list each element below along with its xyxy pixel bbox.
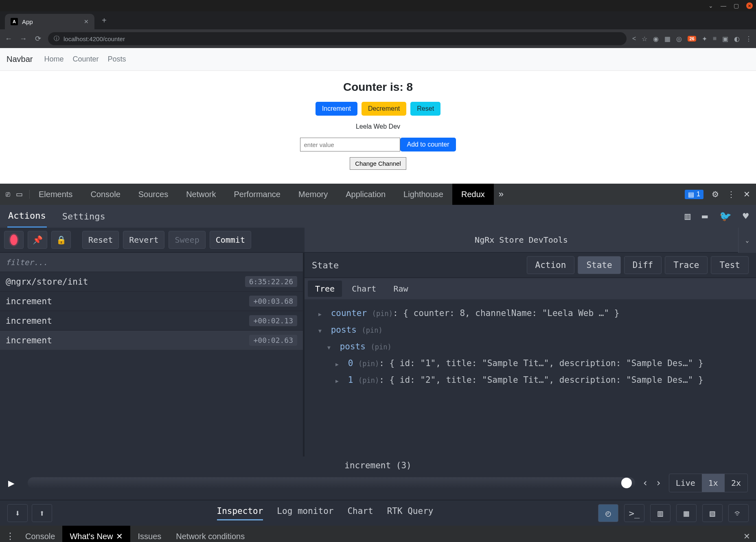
tabs-overflow-icon[interactable]: » — [494, 189, 508, 200]
drawer-tab-whatsnew[interactable]: What's New✕ — [62, 526, 130, 542]
ext-badge[interactable]: 26 — [688, 36, 696, 42]
drawer-menu-icon[interactable]: ⋮ — [6, 531, 15, 542]
pin-button[interactable]: 📌 — [28, 231, 47, 249]
collapse-icon[interactable]: ▶ — [318, 309, 324, 319]
address-bar[interactable]: ⓘ localhost:4200/counter — [48, 32, 627, 45]
tab-lighthouse[interactable]: Lighthouse — [394, 184, 452, 205]
site-info-icon[interactable]: ⓘ — [54, 35, 59, 42]
step-back-icon[interactable]: ‹ — [642, 477, 648, 489]
tab-application[interactable]: Application — [337, 184, 394, 205]
close-icon[interactable]: ✕ — [116, 531, 123, 541]
redux-ext-icon[interactable]: ◐ — [734, 35, 740, 43]
book-icon[interactable]: ▥ — [685, 211, 690, 222]
share-icon[interactable]: < — [632, 35, 636, 42]
speed-1x[interactable]: 1x — [702, 474, 725, 492]
window-close-icon[interactable]: ✕ — [746, 2, 753, 9]
maximize-icon[interactable]: ▢ — [734, 2, 739, 9]
state-tree[interactable]: ▶ counter (pin): { counter: 8, channelNa… — [305, 299, 756, 394]
bottom-tab-log[interactable]: Log monitor — [277, 506, 333, 520]
collapse-icon[interactable]: ▶ — [335, 376, 341, 386]
tab-memory[interactable]: Memory — [289, 184, 337, 205]
action-row[interactable]: increment+00:02.63 — [0, 330, 303, 350]
decrement-button[interactable]: Decrement — [362, 102, 406, 116]
layout-icon[interactable]: ▦ — [676, 504, 697, 522]
layout-icon[interactable]: ▥ — [650, 504, 671, 522]
tab-console[interactable]: Console — [81, 184, 129, 205]
expand-icon[interactable]: ▼ — [318, 326, 324, 336]
chat-icon[interactable]: ▬ — [702, 211, 708, 222]
drawer-tab-console[interactable]: Console — [18, 526, 62, 542]
expand-icon[interactable]: ▼ — [327, 342, 333, 353]
change-channel-button[interactable]: Change Channel — [350, 157, 406, 170]
slider-thumb[interactable] — [621, 478, 632, 488]
ext-icon[interactable]: ◎ — [676, 35, 682, 43]
extensions-icon[interactable]: ✦ — [702, 35, 707, 43]
kebab-icon[interactable]: ⋮ — [727, 189, 735, 199]
filter-input[interactable]: filter... — [0, 253, 303, 272]
remote-icon[interactable]: ᯤ — [728, 504, 749, 522]
download-icon[interactable]: ⬇ — [7, 504, 28, 522]
nav-link-posts[interactable]: Posts — [108, 55, 126, 64]
twitter-icon[interactable]: 🐦 — [719, 211, 732, 222]
speed-2x[interactable]: 2x — [725, 474, 747, 492]
playback-slider[interactable] — [28, 477, 635, 489]
bookmark-icon[interactable]: ☆ — [642, 35, 647, 43]
console-icon[interactable]: >_ — [624, 504, 644, 522]
add-to-counter-button[interactable]: Add to counter — [400, 138, 456, 151]
seg-trace[interactable]: Trace — [665, 256, 708, 274]
revert-button[interactable]: Revert — [123, 231, 164, 249]
action-row[interactable]: @ngrx/store/init6:35:22.26 — [0, 272, 303, 291]
collapse-icon[interactable]: ▶ — [335, 359, 341, 369]
view-chart[interactable]: Chart — [344, 281, 383, 297]
drawer-close-icon[interactable]: ✕ — [743, 531, 750, 541]
bottom-tab-chart[interactable]: Chart — [347, 506, 373, 520]
inspector-dropdown-icon[interactable]: ⌄ — [738, 228, 756, 253]
layout-icon[interactable]: ▧ — [702, 504, 723, 522]
close-tab-icon[interactable]: ✕ — [84, 18, 89, 25]
upload-icon[interactable]: ⬆ — [32, 504, 52, 522]
redux-tab-actions[interactable]: Actions — [7, 205, 47, 228]
view-raw[interactable]: Raw — [386, 281, 415, 297]
new-tab-icon[interactable]: + — [97, 16, 112, 25]
history-icon[interactable]: ◴ — [598, 504, 618, 522]
tab-performance[interactable]: Performance — [225, 184, 290, 205]
chevron-down-icon[interactable]: ⌄ — [708, 2, 713, 9]
step-forward-icon[interactable]: › — [655, 477, 661, 489]
action-row[interactable]: increment+00:02.13 — [0, 311, 303, 330]
value-input[interactable] — [300, 138, 400, 151]
reset-button[interactable]: Reset — [410, 102, 440, 116]
device-toggle-icon[interactable]: ▭ — [16, 190, 23, 199]
inspect-element-icon[interactable]: ⎚ — [6, 190, 10, 199]
play-icon[interactable]: ▶ — [8, 477, 20, 489]
seg-state[interactable]: State — [578, 256, 620, 274]
lock-button[interactable]: 🔒 — [51, 231, 71, 249]
action-row[interactable]: increment+00:03.68 — [0, 291, 303, 311]
ext-icon[interactable]: ▣ — [722, 35, 728, 43]
reset-button[interactable]: Reset — [82, 231, 119, 249]
tab-elements[interactable]: Elements — [30, 184, 81, 205]
heart-icon[interactable]: ♥ — [743, 211, 749, 222]
increment-button[interactable]: Increment — [316, 102, 357, 116]
gear-icon[interactable]: ⚙ — [712, 189, 719, 199]
commit-button[interactable]: Commit — [210, 231, 251, 249]
issues-badge[interactable]: ▤1 — [685, 190, 703, 199]
speed-live[interactable]: Live — [669, 474, 702, 492]
record-button[interactable] — [4, 231, 24, 249]
drawer-tab-issues[interactable]: Issues — [130, 526, 169, 542]
ext-icon[interactable]: ▦ — [664, 35, 671, 43]
seg-diff[interactable]: Diff — [624, 256, 662, 274]
close-icon[interactable]: ✕ — [743, 189, 750, 199]
redux-tab-settings[interactable]: Settings — [61, 206, 106, 227]
menu-icon[interactable]: ⋮ — [745, 35, 752, 43]
browser-tab[interactable]: A App ✕ — [5, 14, 94, 29]
view-tree[interactable]: Tree — [308, 281, 342, 297]
drawer-tab-network-conditions[interactable]: Network conditions — [169, 526, 252, 542]
nav-link-home[interactable]: Home — [44, 55, 64, 64]
minimize-icon[interactable]: — — [721, 2, 726, 9]
back-icon[interactable]: ← — [4, 35, 13, 43]
tab-sources[interactable]: Sources — [129, 184, 177, 205]
bottom-tab-inspector[interactable]: Inspector — [217, 506, 263, 520]
seg-test[interactable]: Test — [711, 256, 749, 274]
bottom-tab-rtk[interactable]: RTK Query — [387, 506, 434, 520]
ext-icon[interactable]: ◉ — [653, 35, 659, 43]
